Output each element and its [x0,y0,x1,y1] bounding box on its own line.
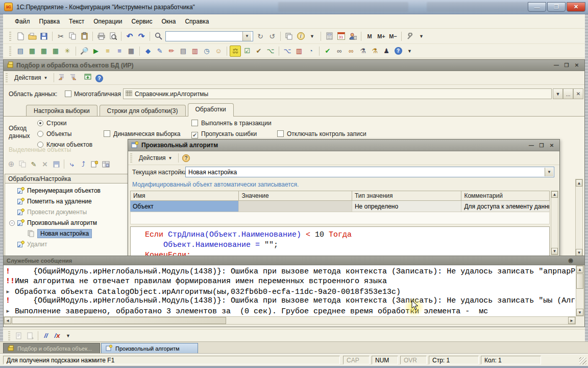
current-setting-combo[interactable]: Новая настройка ▼ [185,167,554,177]
tab-строки-для-обработки-3-[interactable]: Строки для обработки(3) [100,105,186,117]
doc-delete-icon[interactable]: ▥ [293,45,305,57]
table-p-icon[interactable]: ▦ [38,45,50,57]
dialog-actions-menu-button[interactable]: Действия▼ [135,153,176,163]
scope-ellipsis-button[interactable]: ... [563,88,573,99]
template-icon[interactable] [13,330,24,341]
messages-vscrollbar[interactable]: ▲ ▼ [576,265,584,316]
menu-операции[interactable]: Операции [89,16,127,27]
user2-icon[interactable]: ☺ [213,45,224,57]
search-combobox[interactable]: ▼ [165,31,253,41]
copy-item-icon[interactable] [17,158,28,170]
message-line[interactable]: !!Имя алгоритма не отвечает правилам фор… [4,277,387,286]
scope-dropdown-button[interactable]: ▼ [553,88,563,99]
minimize-button[interactable]: — [528,2,546,12]
window-tab-2[interactable]: Произвольный алгоритм [101,343,198,354]
sort-lines-icon[interactable]: ≡ [114,45,125,57]
graduate-icon[interactable]: ♟ [381,45,392,57]
search-input[interactable] [166,32,242,40]
skip-errors-checkbox[interactable]: ✔Пропускать ошибки [191,130,257,139]
algorithm-code-editor[interactable]: Если СтрДлина(Объект.Наименование) < 10 … [130,226,550,256]
info-icon[interactable]: i [295,31,306,42]
radio-строки[interactable]: Строки [37,120,66,127]
scope-clear-button[interactable]: ✕ [573,88,583,99]
tab-настройка-выборки[interactable]: Настройка выборки [26,105,97,117]
menu-правка[interactable]: Правка [35,16,65,27]
table-colored-icon[interactable]: ▥ [189,45,201,57]
table-k-icon[interactable]: ▦ [50,45,61,57]
dialog-scrollbar[interactable]: ▲ ▼ [551,191,558,255]
status-ovr[interactable]: OVR [400,356,427,364]
caret-icon[interactable]: ▼ [404,45,415,57]
collapse-tree-icon[interactable] [56,71,67,82]
menu-справка[interactable]: Справка [180,16,213,27]
dialog-minimize-button[interactable]: — [527,142,536,149]
green-check-icon[interactable]: ✔ [322,45,333,57]
close-button[interactable]: ✕ [567,2,585,12]
dialog-close-button[interactable]: ✕ [547,142,556,149]
edit-icon[interactable]: ✎ [28,158,39,170]
scale-icon[interactable]: ⚖ [230,45,241,57]
message-line[interactable]: ▸Обработка объекта CatalogObject.ирАлгор… [4,287,401,296]
table-check-icon[interactable]: ☑ [241,45,253,57]
maximize-button[interactable]: ❐ [547,2,566,12]
collapse-node-icon[interactable]: − [9,220,15,226]
data-scope-field[interactable]: Справочник.ирАлгоритмы [123,88,552,99]
run-module-icon[interactable]: ▶ [90,45,102,57]
multitable-checkbox[interactable]: Многотабличная [65,90,121,98]
status-num[interactable]: NUM [372,356,398,364]
copy-icon[interactable] [67,31,78,42]
calculator-icon[interactable] [324,31,335,42]
help-icon[interactable]: ? [94,73,105,84]
comment-icon[interactable]: // [40,330,52,341]
chevron-down-icon[interactable]: ▼ [242,32,251,41]
help-orange-icon[interactable]: ? [181,152,192,164]
list-doc-icon[interactable]: ▤ [178,45,189,57]
new-window-icon[interactable] [83,71,94,82]
window-tab-1[interactable]: Подбор и обработка объек... [3,343,100,354]
list-header[interactable]: Обработка/Настройка [5,174,130,183]
service-icon[interactable] [404,31,415,42]
print-icon[interactable] [95,31,107,42]
column-header-комментарий[interactable]: Комментарий [461,191,550,201]
filter-pencil-icon[interactable]: ✏ [166,45,177,57]
binoculars-add-icon[interactable]: ∞ [346,45,357,57]
dynamic-selection-checkbox[interactable]: Динамическая выборка [104,130,180,137]
menu-сервис[interactable]: Сервис [127,16,157,27]
add-icon[interactable]: ⊕ [6,158,17,170]
save-icon[interactable] [38,31,50,42]
clock-icon[interactable]: ◷ [201,45,212,57]
check-brown-icon[interactable]: ✔ [253,45,264,57]
message-line[interactable]: ! {ОбщийМодуль.ирНеглобальный.Модуль(143… [4,267,575,276]
open-folder-icon[interactable] [27,31,38,42]
caret-icon[interactable]: ▼ [416,31,427,42]
inner-restore-button[interactable]: ❐ [562,61,571,69]
column-header-тип-значения[interactable]: Тип значения [352,191,461,201]
tree-item-провести-документы[interactable]: Провести документы [9,207,87,217]
chevron-down-icon[interactable]: ▼ [545,168,553,176]
transaction-checkbox[interactable]: Выполнять в транзакции [191,120,272,127]
content-scrollbar[interactable]: ▲ ▼ [575,179,583,257]
save-item-icon[interactable] [51,158,62,170]
menu-окна[interactable]: Окна [157,16,181,27]
messages-hscrollbar[interactable]: ◄ ► [4,316,576,325]
parameter-cell[interactable] [239,201,352,212]
expand-tree-icon[interactable] [67,71,79,82]
move-down-icon[interactable]: ⤷ [66,158,78,170]
flask-icon[interactable]: ⚗ [357,45,369,57]
table-gear-icon[interactable]: ▦ [126,45,137,57]
cut-icon[interactable]: ✂ [55,31,66,42]
binoculars-icon[interactable]: ∞ [334,45,345,57]
paste-icon[interactable] [79,31,90,42]
caret-icon[interactable]: ▼ [307,31,318,42]
column-header-имя[interactable]: Имя [130,191,239,201]
inner-close-button[interactable]: ✕ [572,61,581,69]
tree-item-произвольный-алгоритм[interactable]: −Произвольный алгоритм [9,218,97,228]
parameter-cell[interactable]: Для доступа к элементу данных [461,201,550,212]
globe-icon[interactable]: ◔ [305,45,316,57]
calendar-icon[interactable]: 31 [335,31,347,42]
tree-item-перенумерация-объектов[interactable]: Перенумерация объектов [9,186,101,196]
gear-burst-icon[interactable]: ✳ [62,45,73,57]
search-icon[interactable] [153,31,164,42]
pencil-icon[interactable]: ✎ [154,45,165,57]
parameter-row[interactable]: ОбъектНе определеноДля доступа к элемент… [130,201,550,212]
